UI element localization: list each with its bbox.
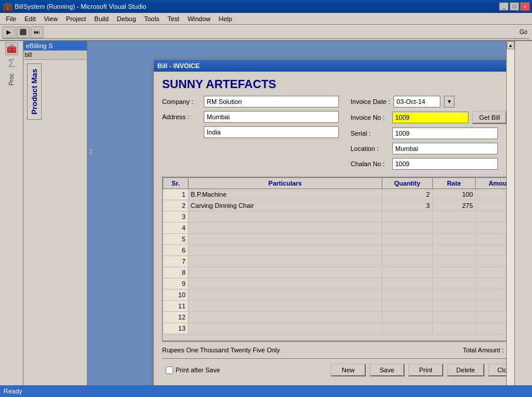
chalan-row: Chalan No : — [351, 158, 514, 170]
cell-particulars[interactable]: B.P.Machine — [188, 189, 382, 200]
cell-sr: 7 — [163, 256, 188, 267]
table-row[interactable]: 1 B.P.Machine 2 100 200 — [163, 189, 515, 200]
cell-rate[interactable]: 275 — [432, 200, 475, 211]
cell-particulars[interactable] — [188, 290, 382, 301]
minimize-btn[interactable]: _ — [499, 2, 509, 11]
cell-rate[interactable] — [432, 323, 475, 334]
right-scrollbar[interactable]: ▲ ▼ — [506, 41, 514, 396]
cell-particulars[interactable] — [188, 278, 382, 290]
table-row[interactable]: 10 — [163, 290, 515, 301]
print-after-save-checkbox[interactable] — [166, 366, 173, 374]
invoice-date-input[interactable] — [393, 96, 440, 107]
table-row[interactable]: 7 — [163, 256, 515, 267]
save-button[interactable]: Save — [369, 364, 405, 376]
address-input-2[interactable] — [204, 126, 339, 138]
cell-particulars[interactable] — [188, 312, 382, 323]
cell-rate[interactable] — [432, 278, 475, 290]
cell-rate[interactable]: 100 — [432, 189, 475, 200]
cell-quantity[interactable]: 3 — [382, 200, 433, 211]
cell-rate[interactable] — [432, 256, 475, 267]
cell-quantity[interactable] — [382, 278, 433, 290]
table-row[interactable]: 11 — [163, 301, 515, 312]
proc-label[interactable]: Proc — [8, 73, 15, 86]
cell-sr: 6 — [163, 245, 188, 256]
maximize-btn[interactable]: □ — [510, 2, 519, 11]
table-row[interactable]: 2 Carving Dinning Chair 3 275 825 — [163, 200, 515, 211]
cell-particulars[interactable] — [188, 223, 382, 234]
menu-tools[interactable]: Tools — [141, 14, 163, 23]
table-scroll-area[interactable]: Sr. Particulars Quantity Rate Amount 1 — [163, 177, 514, 341]
right-panel — [514, 41, 532, 396]
cell-quantity[interactable] — [382, 234, 433, 245]
menu-project[interactable]: Project — [62, 14, 89, 23]
menu-build[interactable]: Build — [91, 14, 112, 23]
address-input-1[interactable] — [204, 111, 339, 123]
new-button[interactable]: New — [331, 364, 366, 376]
cell-quantity[interactable] — [382, 256, 433, 267]
table-row[interactable]: 13 — [163, 323, 515, 334]
billing-tab[interactable]: bill — [23, 51, 87, 60]
cell-rate[interactable] — [432, 267, 475, 278]
close-app-btn[interactable]: × — [520, 2, 530, 11]
cell-quantity[interactable] — [382, 323, 433, 334]
cell-rate[interactable] — [432, 211, 475, 223]
cell-particulars[interactable] — [188, 234, 382, 245]
date-dropdown-icon[interactable]: ▼ — [444, 96, 454, 107]
cell-rate[interactable] — [432, 312, 475, 323]
cell-particulars[interactable] — [188, 267, 382, 278]
menu-file[interactable]: File — [2, 14, 20, 23]
table-row[interactable]: 3 — [163, 211, 515, 223]
company-label: Company : — [162, 98, 200, 105]
menu-help[interactable]: Help — [216, 14, 236, 23]
total-label: Total Amount : — [463, 346, 504, 354]
location-input[interactable] — [392, 143, 498, 154]
table-row[interactable]: 12 — [163, 312, 515, 323]
toolbar-btn-1[interactable]: ▶ — [2, 26, 15, 38]
cell-rate[interactable] — [432, 223, 475, 234]
cell-particulars[interactable] — [188, 301, 382, 312]
cell-rate[interactable] — [432, 290, 475, 301]
table-row[interactable]: 6 — [163, 245, 515, 256]
product-mas-label[interactable]: Product Mas — [27, 63, 42, 120]
chalan-input[interactable] — [392, 158, 498, 170]
menu-edit[interactable]: Edit — [21, 14, 39, 23]
cell-sr: 5 — [163, 234, 188, 245]
menu-debug[interactable]: Debug — [113, 14, 139, 23]
cell-quantity[interactable] — [382, 267, 433, 278]
cell-rate[interactable] — [432, 234, 475, 245]
toolbar-btn-3[interactable]: ⏭ — [31, 26, 43, 38]
cell-quantity[interactable] — [382, 223, 433, 234]
company-input[interactable] — [204, 96, 339, 107]
table-row[interactable]: 9 — [163, 278, 515, 290]
toolbar-btn-2[interactable]: ⬛ — [16, 26, 29, 38]
cell-particulars[interactable] — [188, 245, 382, 256]
cell-quantity[interactable] — [382, 211, 433, 223]
cell-quantity[interactable] — [382, 301, 433, 312]
cell-particulars[interactable] — [188, 256, 382, 267]
cell-quantity[interactable]: 2 — [382, 189, 433, 200]
print-button[interactable]: Print — [408, 364, 443, 376]
serial-input[interactable] — [392, 127, 498, 139]
table-row[interactable]: 4 — [163, 223, 515, 234]
cell-particulars[interactable] — [188, 211, 382, 223]
table-row[interactable]: 8 — [163, 267, 515, 278]
invoice-no-input[interactable] — [392, 112, 469, 123]
cell-particulars[interactable] — [188, 323, 382, 334]
delete-button[interactable]: Delete — [447, 364, 484, 376]
title-bar-buttons[interactable]: _ □ × — [499, 2, 530, 11]
cell-rate[interactable] — [432, 245, 475, 256]
menu-test[interactable]: Test — [164, 14, 183, 23]
cell-quantity[interactable] — [382, 245, 433, 256]
title-bar: 💼 BillSystem (Running) - Microsoft Visua… — [0, 0, 532, 13]
menu-window[interactable]: Window — [184, 14, 214, 23]
cell-quantity[interactable] — [382, 312, 433, 323]
col-header-rate: Rate — [432, 178, 475, 189]
toolbox-icon[interactable]: 🧰 — [5, 42, 18, 55]
get-bill-button[interactable]: Get Bill — [472, 111, 507, 124]
cell-particulars[interactable]: Carving Dinning Chair — [188, 200, 382, 211]
table-row[interactable]: 5 — [163, 234, 515, 245]
cell-rate[interactable] — [432, 301, 475, 312]
cell-quantity[interactable] — [382, 290, 433, 301]
scroll-up-btn[interactable]: ▲ — [507, 41, 514, 49]
menu-view[interactable]: View — [41, 14, 62, 23]
